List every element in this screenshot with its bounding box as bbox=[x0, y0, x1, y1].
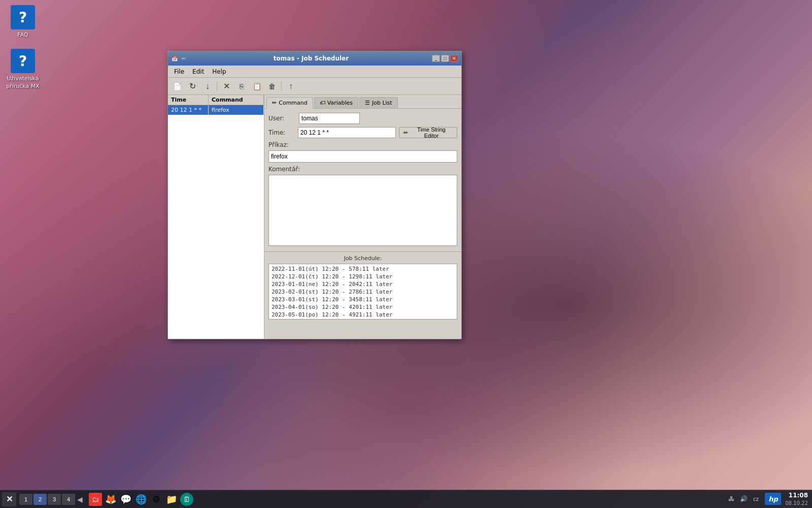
hp-logo: hp bbox=[765, 493, 781, 505]
workspace-4-button[interactable]: 4 bbox=[62, 494, 75, 505]
taskbar-app-settings[interactable]: ⚙ bbox=[150, 493, 163, 506]
table-row[interactable]: 20 12 1 * * firefox bbox=[168, 105, 264, 115]
taskbar-app-chat[interactable]: 💬 bbox=[119, 493, 132, 506]
col-time: Time bbox=[168, 95, 209, 105]
up-icon: ↑ bbox=[289, 82, 293, 91]
toolbar-separator-2 bbox=[281, 81, 282, 91]
manual-label: Uživatelská příručka MX bbox=[5, 75, 41, 90]
list-header: Time Command bbox=[168, 95, 264, 105]
komentar-label: Komentář: bbox=[268, 166, 457, 173]
taskbar-app-firefox[interactable]: 🦊 bbox=[104, 493, 117, 506]
window-minimize-button[interactable]: _ bbox=[432, 55, 440, 62]
list-item: 2023-05-01(po) 12:20 - 4921:11 later bbox=[270, 311, 456, 319]
time-string-editor-button[interactable]: ✏ Time String Editor bbox=[399, 127, 457, 138]
window-close-button[interactable]: ✕ bbox=[450, 55, 458, 62]
new-icon: 📄 bbox=[173, 82, 182, 90]
komentar-section: Komentář: bbox=[268, 166, 457, 247]
title-edit-icon: ✏ bbox=[180, 55, 187, 62]
joblist-tab-label: Job List bbox=[372, 100, 392, 106]
menu-help[interactable]: Help bbox=[208, 67, 230, 76]
time-row: Time: ✏ Time String Editor bbox=[268, 127, 457, 138]
right-panel: ✏ Command 🏷 Variables ☰ Job List User: bbox=[264, 95, 461, 339]
taskbar-x-button[interactable]: ✕ bbox=[2, 492, 16, 506]
workspace-2-button[interactable]: 2 bbox=[33, 494, 47, 505]
variables-tab-label: Variables bbox=[327, 100, 353, 106]
joblist-tab-icon: ☰ bbox=[365, 100, 370, 106]
toolbar-new-button[interactable]: 📄 bbox=[170, 80, 184, 93]
toolbar-delete-button[interactable]: ✕ bbox=[219, 80, 233, 93]
list-item: 2023-02-01(st) 12:20 - 2786:11 later bbox=[270, 288, 456, 296]
desktop-icon-faq[interactable]: ? FAQ bbox=[5, 5, 41, 39]
faq-icon: ? bbox=[11, 5, 35, 29]
menu-edit[interactable]: Edit bbox=[188, 67, 208, 76]
menu-file[interactable]: File bbox=[170, 67, 188, 76]
tabs-bar: ✏ Command 🏷 Variables ☰ Job List bbox=[264, 95, 461, 109]
title-icons: 📅 ✏ bbox=[171, 55, 187, 62]
taskbar-app-folder[interactable]: 📁 bbox=[165, 493, 178, 506]
user-row: User: bbox=[268, 113, 457, 124]
toolbar-refresh-button[interactable]: ↻ bbox=[185, 80, 199, 93]
taskbar-left: ✕ 1 2 3 4 ◀ 🗂 🦊 💬 🌐 ⚙ 📁 🗓 bbox=[0, 492, 195, 506]
command-input[interactable] bbox=[268, 150, 457, 163]
left-panel: Time Command 20 12 1 * * firefox bbox=[168, 95, 264, 339]
copy-icon: ⎘ bbox=[240, 82, 244, 90]
taskbar-app-files[interactable]: 🗂 bbox=[89, 493, 102, 506]
time-label: Time: bbox=[268, 129, 298, 136]
col-command: Command bbox=[209, 95, 264, 105]
tab-variables[interactable]: 🏷 Variables bbox=[314, 97, 358, 108]
tab-command[interactable]: ✏ Command bbox=[266, 97, 313, 109]
job-scheduler-window: 📅 ✏ tomas - Job Scheduler _ □ ✕ File Edi… bbox=[167, 51, 462, 339]
toolbar: 📄 ↻ ↓ ✕ ⎘ 📋 🗑 ↑ bbox=[168, 78, 461, 95]
tab-joblist[interactable]: ☰ Job List bbox=[359, 97, 398, 108]
list-item: 2022-11-01(út) 12:20 - 578:11 later bbox=[270, 265, 456, 273]
prikaz-section: Příkaz: bbox=[268, 141, 457, 166]
form-area: User: Time: ✏ Time String Editor Příkaz: bbox=[264, 109, 461, 251]
taskbar-right: 🖧 🔊 cz hp 11:08 08.10.22 bbox=[726, 491, 812, 507]
pencil-icon: ✏ bbox=[403, 130, 408, 136]
window-title: tomas - Job Scheduler bbox=[190, 55, 432, 62]
workspace-3-button[interactable]: 3 bbox=[48, 494, 61, 505]
nav-back-icon: ◀ bbox=[77, 495, 83, 503]
time-input[interactable] bbox=[298, 127, 396, 138]
command-tab-icon: ✏ bbox=[272, 100, 277, 106]
faq-label: FAQ bbox=[17, 31, 28, 39]
schedule-title: Job Schedule: bbox=[268, 255, 457, 262]
paste-icon: 📋 bbox=[253, 82, 261, 90]
toolbar-clear-button[interactable]: 🗑 bbox=[265, 80, 279, 93]
toolbar-download-button[interactable]: ↓ bbox=[200, 80, 215, 93]
time-string-btn-label: Time String Editor bbox=[410, 126, 453, 139]
toolbar-paste-button[interactable]: 📋 bbox=[250, 80, 264, 93]
list-item: 2022-12-01(čt) 12:20 - 1298:11 later bbox=[270, 273, 456, 280]
clock: 11:08 08.10.22 bbox=[785, 491, 808, 507]
toolbar-separator-1 bbox=[217, 81, 217, 91]
desktop-icon-manual[interactable]: ? Uživatelská příručka MX bbox=[5, 49, 41, 90]
command-tab-label: Command bbox=[279, 100, 308, 106]
list-item: 2023-01-01(ne) 12:20 - 2042:11 later bbox=[270, 280, 456, 288]
list-item: 2023-04-01(so) 12:20 - 4201:11 later bbox=[270, 303, 456, 311]
row-command: firefox bbox=[209, 105, 264, 115]
locale-label[interactable]: cz bbox=[751, 494, 761, 504]
toolbar-copy-button[interactable]: ⎘ bbox=[234, 80, 249, 93]
workspace-1-button[interactable]: 1 bbox=[19, 494, 32, 505]
network-icon[interactable]: 🖧 bbox=[726, 494, 736, 504]
window-titlebar: 📅 ✏ tomas - Job Scheduler _ □ ✕ bbox=[168, 51, 461, 66]
taskbar-app-browser[interactable]: 🌐 bbox=[134, 493, 148, 506]
volume-icon[interactable]: 🔊 bbox=[738, 494, 749, 504]
clock-time: 11:08 bbox=[785, 491, 808, 500]
workspace-switcher: 1 2 3 4 bbox=[19, 494, 75, 505]
refresh-icon: ↻ bbox=[189, 81, 196, 91]
clock-date: 08.10.22 bbox=[785, 500, 808, 507]
window-maximize-button[interactable]: □ bbox=[441, 55, 449, 62]
manual-icon: ? bbox=[11, 49, 35, 73]
system-icons: 🖧 🔊 cz bbox=[726, 494, 761, 504]
desktop-icons: ? FAQ ? Uživatelská příručka MX bbox=[5, 5, 41, 90]
window-controls: _ □ ✕ bbox=[432, 55, 458, 62]
schedule-list[interactable]: 2022-11-01(út) 12:20 - 578:11 later 2022… bbox=[268, 264, 457, 320]
komentar-textarea[interactable] bbox=[268, 175, 457, 246]
user-input[interactable] bbox=[299, 113, 360, 124]
row-time: 20 12 1 * * bbox=[168, 105, 209, 115]
taskbar-app-calendar[interactable]: 🗓 bbox=[180, 493, 193, 506]
download-icon: ↓ bbox=[206, 82, 210, 91]
toolbar-up-button[interactable]: ↑ bbox=[284, 80, 298, 93]
prikaz-label: Příkaz: bbox=[268, 141, 457, 148]
